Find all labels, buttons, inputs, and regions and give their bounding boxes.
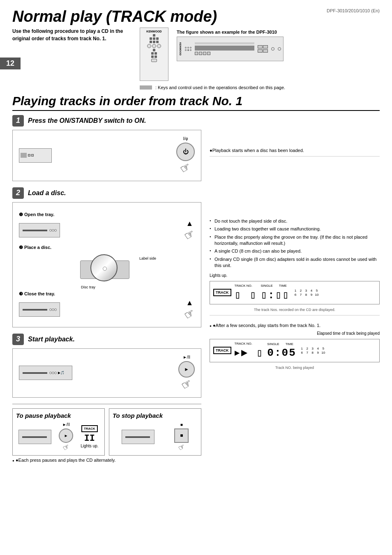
stop-button-area: ■ ■ ☞: [174, 422, 189, 452]
step1-header: 1 Press the ON/STANDBY switch to ON.: [12, 115, 201, 181]
disc-tray: Disc tray: [81, 285, 95, 289]
step2-sub3: ❸ Close the tray.: [19, 291, 195, 297]
track-digits-2: ► ▯: [241, 346, 264, 359]
pause-hand: ☞: [61, 442, 71, 453]
stop-title: To stop playback: [113, 412, 198, 419]
stop-section: To stop playback ■ ■ ☞: [109, 408, 201, 456]
label-side: Label side: [139, 256, 156, 260]
step3-note: ● ●After a few seconds, play starts from…: [210, 323, 380, 328]
power-button: ⏻: [176, 143, 195, 161]
model-ref: DPF-3010/2010/1010 (En): [327, 8, 380, 13]
step1-button-label: I/φ: [183, 136, 188, 141]
play-button-label: ►/II: [183, 355, 190, 359]
step2-notes: Do not touch the played side of disc. Lo…: [210, 160, 380, 315]
stop-button-label: ■: [180, 422, 183, 427]
tray-device-close: ⬡⬡⬡: [19, 302, 60, 317]
step1-number: 1: [12, 115, 24, 127]
note-item-4: A single CD (8 cm disc) can also be play…: [210, 247, 380, 255]
page-container: DPF-3010/2010/1010 (En) Normal play (TRA…: [0, 0, 392, 471]
close-button-area: ▲ ☞: [184, 299, 195, 321]
right-column: ●Playback starts when a disc has been lo…: [210, 115, 380, 463]
time-label-1: TIME: [279, 284, 287, 288]
page-number: 12: [0, 58, 21, 69]
pause-track-badge: TRACK: [81, 425, 98, 432]
stop-hand: ☞: [176, 442, 187, 453]
pause-lights-label: Lights up.: [81, 444, 98, 448]
track-digits-1: ▯ ▯: [235, 288, 258, 302]
left-column: 1 Press the ON/STANDBY switch to ON.: [12, 115, 201, 463]
stop-device: [122, 430, 154, 444]
track-badge-1: TRACK: [213, 289, 231, 296]
step1-note: ●Playback starts when a disc has been lo…: [210, 115, 380, 157]
single-label-1: SINGLE: [261, 284, 272, 288]
step3-notes: ● ●After a few seconds, play starts from…: [210, 319, 380, 370]
legend-box: : Keys and control used in the operation…: [140, 85, 285, 90]
step3-header: 3 Start playback. ⬡⬡⬡ ▶🎵 ►/II ►: [12, 334, 201, 398]
legend-color: [140, 85, 152, 90]
step1-box: I/φ ⏻ ☞: [12, 130, 201, 181]
pause-symbol: II: [84, 433, 95, 444]
num-grid-1: 12345 678910: [293, 289, 319, 297]
playback-arrow: ▶: [235, 349, 240, 357]
section-title: Playing tracks in order from track No. 1: [12, 94, 380, 111]
header-text: Use the following procedure to play a CD…: [12, 28, 127, 42]
step3-number: 3: [12, 334, 24, 345]
time-digits-2: 0:05: [267, 347, 296, 359]
time-label-2: TIME: [286, 342, 293, 346]
lights-up-area: Lights up. TRACK TRACK NO. ▯ ▯ SINGLE: [210, 273, 380, 312]
step1-note-text: ●Playback starts when a disc has been lo…: [210, 148, 380, 153]
eject-hand: ☞: [182, 226, 197, 243]
step2-sub1: ❶ Open the tray.: [19, 212, 195, 217]
track-badge-2: TRACK: [213, 347, 231, 354]
top-info-area: Use the following procedure to play a CD…: [12, 28, 380, 90]
track-no-label-1: TRACK NO.: [235, 284, 258, 288]
step2-box: ❶ Open the tray. ⬡⬡⬡ ▲ ☞ ❷ Place a disc.: [12, 202, 201, 327]
step1-device: [19, 148, 52, 163]
close-hand: ☞: [182, 306, 197, 322]
track-no-label-2: TRACK NO.: [235, 342, 264, 345]
main-title: Normal play (TRACK mode): [12, 8, 380, 25]
pause-content: ►/II ► ☞ TRACK II Lights up.: [16, 422, 101, 452]
play-button-area: ►/II ► ☞: [178, 355, 195, 391]
pause-device: [18, 430, 51, 444]
content-area: 1 Press the ON/STANDBY switch to ON.: [12, 115, 380, 463]
step2-number: 2: [12, 187, 24, 199]
legend-text: : Keys and control used in the operation…: [155, 85, 285, 90]
single-label-2: SINGLE: [267, 342, 279, 346]
figure-caption: The figure shows an example for the DPF-…: [177, 30, 277, 35]
play-hand: ☞: [179, 376, 194, 393]
lights-up-label: Lights up.: [210, 273, 380, 278]
stop-content: ■ ■ ☞: [113, 422, 198, 452]
note-item-3: Place the disc properly along the groove…: [210, 233, 380, 248]
pause-button-label: ►/II: [62, 422, 70, 427]
note-item-5: Ordinary CD single (8 cm disc) adapters …: [210, 256, 380, 270]
bottom-sections: To pause playback ►/II ► ☞ TRACK II: [12, 404, 201, 456]
step1-hand: ☞: [178, 159, 193, 176]
remote-sketch: KENWOOD: [140, 28, 168, 81]
step3-device: ⬡⬡⬡ ▶🎵: [19, 366, 72, 380]
elapsed-label: Elapsed time of track being played: [210, 331, 380, 336]
step1-title: Press the ON/STANDBY switch to ON.: [28, 117, 146, 124]
num-grid-2: 12345 678910: [300, 347, 326, 355]
step2-title: Load a disc.: [28, 189, 66, 197]
step2-header: 2 Load a disc. ❶ Open the tray. ⬡⬡⬡ ▲ ☞: [12, 187, 201, 327]
step1-button-area: I/φ ⏻ ☞: [176, 136, 195, 175]
note-item-2: Loading two discs together will cause ma…: [210, 225, 380, 233]
pause-button-area: ►/II ► ☞: [59, 422, 73, 452]
track-nos-note: The track Nos. recorded on the CD are di…: [210, 308, 380, 312]
tray-device-open: ⬡⬡⬡: [19, 223, 60, 237]
pause-section: To pause playback ►/II ► ☞ TRACK II: [12, 408, 105, 456]
step2-sub2: ❷ Place a disc.: [19, 245, 195, 250]
front-panel-sketch: KENWOOD: [177, 37, 284, 61]
eject-button-area: ▲ ☞: [184, 219, 195, 242]
step2-sub1-pair: ⬡⬡⬡ ▲ ☞: [19, 219, 195, 242]
pause-title: To pause playback: [16, 412, 101, 419]
disc-area: Label side Disc tray: [19, 254, 195, 283]
step2-sub3-pair: ⬡⬡⬡ ▲ ☞: [19, 299, 195, 321]
display-panel-1: TRACK TRACK NO. ▯ ▯ SINGLE TIME ▯:▯▯: [210, 281, 380, 304]
step3-title: Start playback.: [28, 336, 75, 343]
display-panel-2: TRACK TRACK NO. ▶ ► ▯ SINGLE TIME: [210, 339, 380, 362]
time-digits-1: ▯:▯▯: [261, 288, 290, 302]
note-item-1: Do not touch the played side of disc.: [210, 217, 380, 225]
pause-note: ● ●Each press pauses and plays the CD al…: [12, 458, 201, 463]
